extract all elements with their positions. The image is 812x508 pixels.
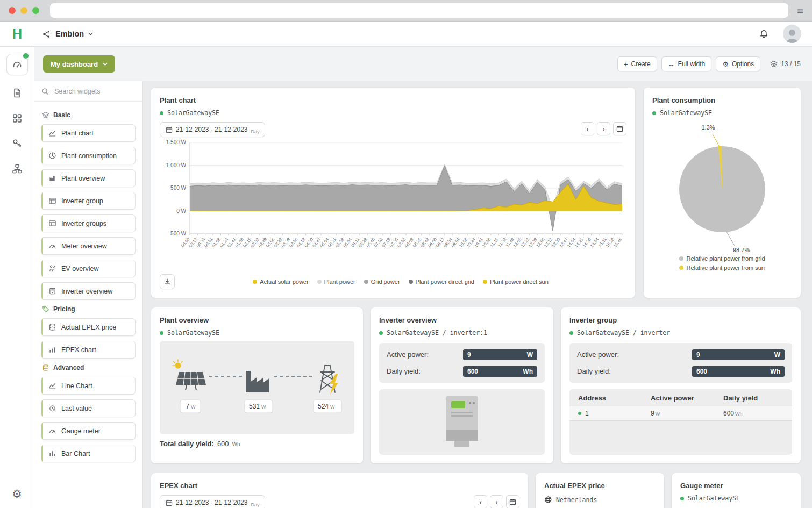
solar-panel-icon [173, 360, 206, 390]
calendar-picker-button[interactable] [613, 122, 626, 135]
widget-title: Plant consumption [652, 96, 792, 104]
svg-text:531: 531 [249, 403, 260, 410]
window-zoom-button[interactable] [32, 7, 39, 14]
document-icon [12, 88, 23, 98]
next-period-button[interactable]: › [597, 122, 610, 135]
full-width-button[interactable]: ↔Full width [661, 56, 712, 71]
sitemap-icon [12, 163, 23, 174]
stat-daily-yield: Daily yield: 600Wh [387, 363, 537, 380]
user-avatar[interactable] [783, 25, 801, 43]
stat-value-badge: 9W [463, 349, 537, 360]
legend-item-relative-plant-power-from-grid[interactable]: Relative plant power from grid [679, 255, 765, 262]
table-row[interactable]: 1 9W 600Wh [569, 406, 792, 421]
widget-item-bar-chart[interactable]: Bar Chart [41, 445, 136, 462]
legend-item-grid-power[interactable]: Grid power [364, 278, 400, 285]
widget-inverter-overview: Inverter overview SolarGatewaySE / inver… [371, 307, 553, 463]
browser-chrome: ≡ [0, 0, 812, 22]
widget-item-label: Inverter group [61, 197, 103, 205]
stat-active-power: Active power: 9W [387, 346, 537, 363]
widget-item-label: EPEX chart [61, 346, 96, 354]
legend-dot [483, 280, 487, 284]
widget-item-line-chart[interactable]: Line Chart [41, 377, 136, 395]
widget-title: Plant overview [160, 316, 354, 324]
status-dot [578, 412, 581, 415]
meter-icon [48, 242, 56, 250]
download-button[interactable] [160, 274, 175, 289]
create-button[interactable]: +Create [617, 56, 657, 71]
window-minimize-button[interactable] [20, 7, 27, 14]
accent-bar [41, 445, 43, 462]
org-switcher[interactable]: Embion [42, 30, 93, 39]
dashboard-selector-button[interactable]: My dashboard [43, 55, 115, 73]
widget-item-actual-epex-price[interactable]: Actual EPEX price [41, 318, 136, 336]
legend-item-plant-power[interactable]: Plant power [317, 278, 355, 285]
plant-overview-diagram: 7 W 531 W 524 [160, 341, 354, 434]
options-button[interactable]: ⚙Options [716, 56, 760, 71]
nav-access-keys[interactable] [7, 134, 27, 153]
calendar-icon [509, 498, 516, 505]
widget-item-plant-consumption[interactable]: Plant consumption [41, 147, 136, 164]
pie-legend: Relative plant power from gridRelative p… [679, 255, 765, 271]
window-close-button[interactable] [9, 7, 16, 14]
notifications-bell-icon[interactable] [759, 29, 769, 39]
search-input[interactable] [53, 87, 135, 96]
url-bar[interactable] [50, 3, 788, 18]
dashboard-toolbar: My dashboard +Create ↔Full width ⚙Option… [34, 47, 812, 81]
widget-item-ev-overview[interactable]: EV overview [41, 260, 136, 277]
widget-item-inverter-group[interactable]: Inverter group [41, 192, 136, 210]
section-header-advanced: Advanced [42, 364, 134, 371]
accent-bar [41, 260, 43, 277]
section-header-pricing: Pricing [42, 305, 134, 313]
legend-item-plant-power-direct-grid[interactable]: Plant power direct grid [409, 278, 474, 285]
widget-item-plant-chart[interactable]: Plant chart [41, 124, 136, 142]
stat-label: Active power: [387, 350, 429, 359]
stat-label: Daily yield: [577, 367, 611, 375]
header-actions [759, 25, 801, 43]
x-tick-label: 15:45 [612, 237, 623, 248]
legend-item-actual-solar-power[interactable]: Actual solar power [253, 278, 309, 285]
widget-item-last-value[interactable]: Last value [41, 399, 136, 417]
widget-item-gauge-meter[interactable]: Gauge meter [41, 422, 136, 440]
coins-icon [42, 364, 49, 371]
widget-plant-chart: Plant chart SolarGatewaySE 21-12-2023 - … [151, 88, 635, 298]
settings-gear-icon[interactable]: ⚙ [9, 488, 25, 500]
legend-item-relative-plant-power-from-sun[interactable]: Relative plant power from sun [679, 264, 765, 271]
widget-title: EPEX chart [160, 482, 519, 490]
prev-period-button[interactable]: ‹ [581, 122, 594, 135]
widget-item-inverter-overview[interactable]: Inverter overview [41, 282, 136, 300]
widget-item-plant-overview[interactable]: Plant overview [41, 169, 136, 187]
accent-bar [41, 215, 43, 232]
nav-topology[interactable] [7, 160, 27, 178]
source-name: SolarGatewaySE [688, 495, 740, 502]
tag-icon [42, 305, 49, 313]
date-range-button[interactable]: 21-12-2023 - 21-12-2023 Day [160, 122, 265, 137]
nav-reports[interactable] [7, 84, 27, 102]
inverter-table: Address Active power Daily yield 1 9W 60… [569, 389, 792, 455]
widget-item-inverter-groups[interactable]: Inverter groups [41, 214, 136, 232]
plant-chart-svg: 1.500 W1.000 W500 W0 W-500 W00:0000:1700… [160, 138, 626, 266]
calendar-icon [166, 499, 173, 506]
nav-dashboard-active[interactable] [6, 54, 28, 75]
pie-label-grid: 98.7% [733, 247, 750, 253]
workspace: ⚙ My dashboard +Create ↔Full width ⚙Opti… [0, 47, 812, 508]
widget-item-epex-chart[interactable]: EPEX chart [41, 341, 136, 359]
calendar-picker-button[interactable] [506, 495, 519, 508]
widget-actual-epex-price: Actual EPEX price Netherlands [536, 473, 664, 508]
body-row: BasicPlant chartPlant consumptionPlant o… [34, 81, 812, 508]
dashboard-selector-label: My dashboard [51, 60, 98, 68]
device-panel [379, 389, 545, 455]
prev-period-button[interactable]: ‹ [474, 495, 487, 508]
legend-item-plant-power-direct-sun[interactable]: Plant power direct sun [483, 278, 549, 285]
dashboard-icon [12, 59, 23, 70]
molecule-icon [42, 30, 51, 39]
widget-search [34, 81, 142, 102]
widget-title: Gauge meter [680, 482, 792, 490]
next-period-button[interactable]: › [490, 495, 503, 508]
widget-item-meter-overview[interactable]: Meter overview [41, 237, 136, 255]
factory-icon [48, 174, 56, 182]
date-range-button[interactable]: 21-12-2023 - 21-12-2023 Day [160, 495, 265, 508]
widget-item-label: Last value [61, 405, 92, 412]
accent-bar [41, 238, 43, 254]
nav-widgets[interactable] [7, 109, 27, 127]
browser-menu-icon[interactable]: ≡ [797, 5, 803, 16]
